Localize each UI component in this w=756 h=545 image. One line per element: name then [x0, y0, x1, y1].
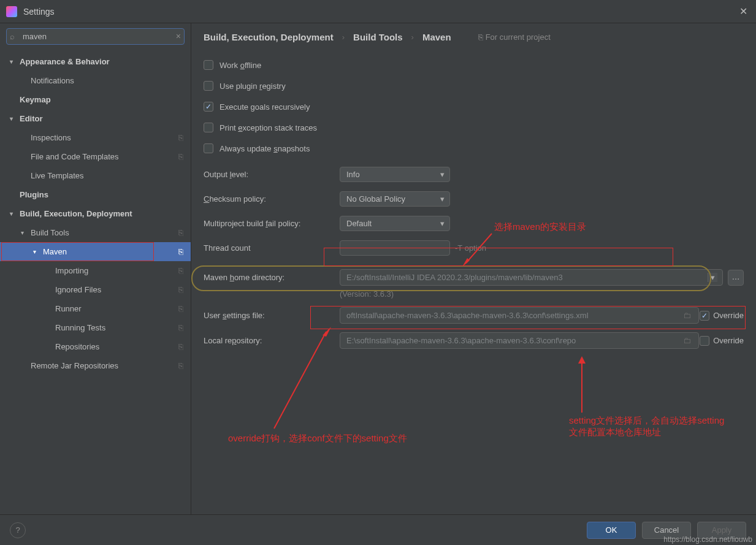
browse-home-button[interactable]: … — [728, 270, 744, 286]
chevron-icon: ▾ — [10, 58, 20, 65]
checkbox-exec-recursive[interactable] — [204, 102, 213, 112]
chevron-icon: ▾ — [21, 229, 31, 236]
tree-item-label: Appearance & Behavior — [20, 57, 191, 66]
search-input[interactable] — [6, 28, 185, 45]
tree-item-label: Running Tests — [55, 323, 178, 332]
label-work-offline[interactable]: Work offline — [220, 61, 261, 70]
scope-icon: ⎘ — [178, 152, 191, 161]
scope-icon: ⎘ — [178, 266, 191, 275]
scope-icon: ⎘ — [178, 342, 191, 351]
label-print-exception[interactable]: Print exception stack traces — [220, 123, 317, 132]
tree-item-build-execution-deployment[interactable]: ▾Build, Execution, Deployment — [0, 204, 191, 223]
content-panel: Build, Execution, Deployment › Build Too… — [191, 23, 756, 514]
chevron-icon: ▾ — [10, 210, 20, 217]
chevron-right-icon: › — [342, 32, 345, 42]
scope-icon: ⎘ — [178, 361, 191, 370]
tree-item-appearance-behavior[interactable]: ▾Appearance & Behavior — [0, 52, 191, 71]
folder-icon[interactable]: 🗀 — [683, 311, 691, 320]
svg-marker-1 — [462, 258, 470, 267]
tree-item-repositories[interactable]: Repositories⎘ — [0, 337, 191, 356]
tree-item-file-and-code-templates[interactable]: File and Code Templates⎘ — [0, 147, 191, 166]
tree-item-label: Build Tools — [31, 228, 178, 237]
scope-icon: ⎘ — [178, 133, 191, 142]
scope-icon: ⎘ — [178, 304, 191, 313]
tree-item-build-tools[interactable]: ▾Build Tools⎘ — [0, 223, 191, 242]
input-user-settings[interactable]: oftInstall\apache-maven-3.6.3\apache-mav… — [340, 307, 699, 324]
annotation-3: setting文件选择后，会自动选择setting文件配置本地仓库地址 — [569, 415, 728, 438]
tree-item-keymap[interactable]: Keymap — [0, 90, 191, 109]
label-output-level: Output level: — [204, 170, 340, 179]
tree-item-label: Inspections — [31, 133, 178, 142]
tree-item-label: Build, Execution, Deployment — [20, 209, 191, 218]
tree-item-notifications[interactable]: Notifications — [0, 71, 191, 90]
help-button[interactable]: ? — [10, 522, 26, 538]
project-scope: ⎘For current project — [478, 32, 551, 42]
clear-icon[interactable]: × — [176, 31, 181, 41]
input-local-repo[interactable]: E:\softInstall\apache-maven-3.6.3\apache… — [340, 332, 699, 349]
label-fail-policy: Multiproject build fail policy: — [204, 219, 340, 228]
tree-item-runner[interactable]: Runner⎘ — [0, 299, 191, 318]
label-maven-home: Maven home directory: — [204, 273, 340, 282]
checkbox-override-repo[interactable] — [700, 336, 709, 346]
scope-icon: ⎘ — [178, 285, 191, 294]
label-override-repo[interactable]: Override — [713, 336, 744, 345]
tree-item-running-tests[interactable]: Running Tests⎘ — [0, 318, 191, 337]
checkbox-plugin-registry[interactable] — [204, 81, 213, 91]
label-user-settings: User settings file: — [204, 311, 340, 320]
checkbox-print-exception[interactable] — [204, 123, 213, 132]
input-thread-count[interactable] — [340, 240, 450, 256]
app-icon — [6, 6, 17, 17]
tree-item-remote-jar-repositories[interactable]: Remote Jar Repositories⎘ — [0, 356, 191, 375]
footer: ? OK Cancel Apply — [0, 514, 756, 545]
tree-item-label: Maven — [43, 247, 178, 256]
breadcrumb-a[interactable]: Build, Execution, Deployment — [204, 32, 334, 42]
select-output-level[interactable]: Info — [340, 167, 450, 182]
select-checksum[interactable]: No Global Policy — [340, 191, 450, 207]
close-icon[interactable]: ✕ — [736, 6, 750, 17]
tree-item-editor[interactable]: ▾Editor — [0, 109, 191, 128]
breadcrumb-b[interactable]: Build Tools — [353, 32, 403, 42]
tree-item-ignored-files[interactable]: Ignored Files⎘ — [0, 280, 191, 299]
tree-item-inspections[interactable]: Inspections⎘ — [0, 128, 191, 147]
chevron-right-icon: › — [411, 32, 414, 42]
thread-hint: -T option — [455, 243, 486, 253]
scope-icon: ⎘ — [178, 247, 191, 256]
label-always-update[interactable]: Always update snapshots — [220, 144, 310, 153]
window-title: Settings — [23, 7, 736, 17]
folder-icon[interactable]: 🗀 — [683, 336, 691, 345]
checkbox-work-offline[interactable] — [204, 60, 213, 70]
tree-item-label: Live Templates — [31, 171, 191, 180]
scope-icon: ⎘ — [178, 323, 191, 332]
tree-item-label: Importing — [55, 266, 178, 275]
checkbox-override-settings[interactable] — [700, 311, 709, 321]
chevron-icon: ▾ — [33, 248, 43, 255]
tree-item-label: Repositories — [55, 342, 178, 351]
search-input-wrap: ⌕ × — [6, 28, 185, 45]
label-thread-count: Thread count — [204, 243, 340, 253]
maven-version: (Version: 3.6.3) — [340, 289, 744, 299]
input-maven-home[interactable]: E:/softInstall/IntelliJ IDEA 2020.2.3/pl… — [340, 269, 723, 286]
checkbox-always-update[interactable] — [204, 143, 213, 153]
tree-item-label: Keymap — [20, 95, 191, 104]
label-exec-recursive[interactable]: Execute goals recursively — [220, 102, 310, 112]
label-plugin-registry[interactable]: Use plugin registry — [220, 82, 286, 91]
select-fail-policy[interactable]: Default — [340, 216, 450, 231]
tree-item-plugins[interactable]: Plugins — [0, 185, 191, 204]
tree-item-importing[interactable]: Importing⎘ — [0, 261, 191, 280]
tree-item-live-templates[interactable]: Live Templates — [0, 166, 191, 185]
tree-item-maven[interactable]: ▾Maven⎘ — [0, 242, 191, 261]
scope-icon: ⎘ — [178, 228, 191, 237]
tree-item-label: Remote Jar Repositories — [31, 361, 178, 370]
tree-item-label: Plugins — [20, 190, 191, 199]
titlebar: Settings ✕ — [0, 0, 756, 23]
annotation-2: override打钩，选择conf文件下的setting文件 — [228, 433, 407, 444]
label-override-settings[interactable]: Override — [713, 311, 744, 320]
sidebar: ⌕ × ▾Appearance & BehaviorNotificationsK… — [0, 23, 191, 514]
watermark: https://blog.csdn.net/liouwb — [663, 535, 752, 544]
tree-item-label: Ignored Files — [55, 285, 178, 294]
chevron-icon: ▾ — [10, 115, 20, 122]
ok-button[interactable]: OK — [587, 522, 636, 539]
copy-icon: ⎘ — [478, 32, 483, 42]
breadcrumb-c: Maven — [422, 32, 451, 42]
tree-item-label: Notifications — [31, 76, 191, 85]
